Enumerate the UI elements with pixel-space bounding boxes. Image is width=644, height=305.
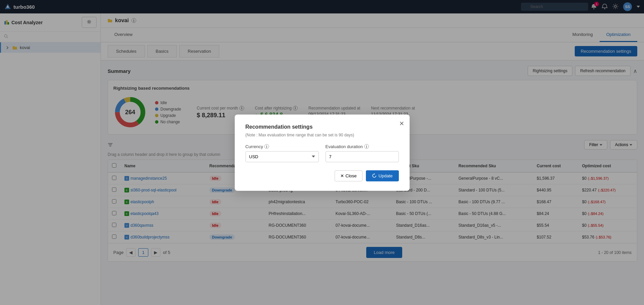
close-x-icon: ✕ <box>340 173 344 178</box>
evaluation-duration-input[interactable] <box>326 151 399 162</box>
modal-footer: ✕ Close Update <box>245 170 399 181</box>
modal-title: Recommendation settings <box>245 124 399 130</box>
modal-note: (Note : Max evaluation time range that c… <box>245 133 399 137</box>
modal-close-x-button[interactable]: ✕ <box>399 120 404 127</box>
evaluation-duration-label: Evaluation duration ℹ <box>326 144 399 149</box>
modal-overlay[interactable]: ✕ Recommendation settings (Note : Max ev… <box>0 0 644 305</box>
modal-fields: Currency ℹ USD EUR GBP Evaluation durati… <box>245 144 399 162</box>
currency-label: Currency ℹ <box>245 144 319 149</box>
currency-select[interactable]: USD EUR GBP <box>245 151 319 162</box>
modal-update-button[interactable]: Update <box>366 170 399 181</box>
modal-close-button[interactable]: ✕ Close <box>335 170 362 181</box>
evaluation-duration-field: Evaluation duration ℹ <box>326 144 399 162</box>
duration-info-icon: ℹ <box>364 144 369 149</box>
currency-field: Currency ℹ USD EUR GBP <box>245 144 319 162</box>
recommendation-settings-modal: ✕ Recommendation settings (Note : Max ev… <box>235 115 410 191</box>
currency-info-icon: ℹ <box>264 144 269 149</box>
refresh-icon <box>372 173 377 178</box>
